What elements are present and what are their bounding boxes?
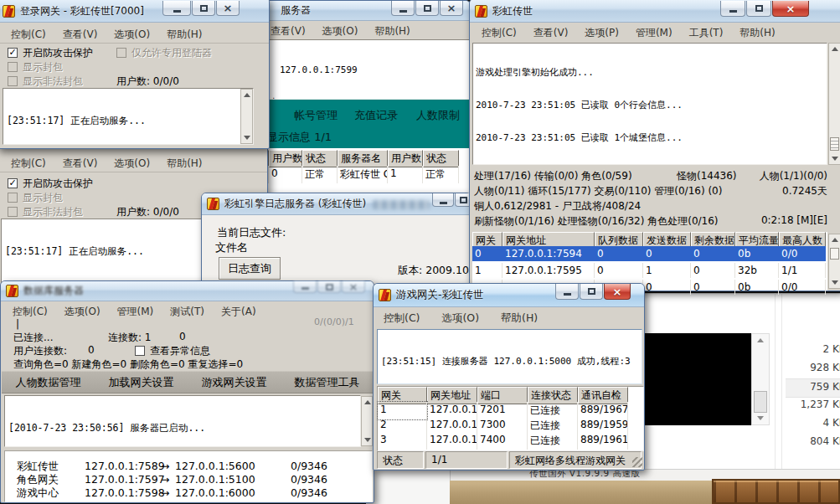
player-data-manage-button[interactable]: 人物数据管理	[16, 375, 81, 390]
close-button[interactable]: ×	[772, 1, 809, 17]
scrollbar-thumb[interactable]	[830, 137, 839, 151]
column-header[interactable]: 用户数	[269, 150, 302, 167]
maximize-button[interactable]	[746, 1, 771, 17]
table-scrollbar[interactable]	[828, 234, 840, 289]
scroll-down-icon[interactable]	[832, 157, 838, 161]
recharge-record-button[interactable]: 充值记录	[354, 108, 398, 123]
menu-manage[interactable]: 管理(M)	[636, 26, 673, 40]
maximize-button[interactable]	[317, 281, 341, 293]
scroll-up-icon[interactable]	[757, 338, 764, 342]
maximize-button[interactable]	[192, 1, 215, 16]
menu-control[interactable]: 控制(C)	[384, 311, 420, 326]
menu-help[interactable]: 帮助(H)	[374, 24, 410, 39]
scroll-up-icon[interactable]	[832, 238, 838, 242]
menu-view[interactable]: 查看(V)	[533, 26, 569, 40]
scrollbar-thumb[interactable]	[830, 248, 839, 260]
window-game-gateway: 游戏网关-彩虹传世 × 控制(C) 选项(O) 帮助(H) [23:51:15]…	[373, 283, 645, 471]
menu-help[interactable]: 帮助(H)	[740, 26, 775, 40]
menu-control[interactable]: 控制(C)	[13, 305, 48, 319]
menu-control[interactable]: 控制(C)	[11, 28, 46, 42]
minimize-button[interactable]	[720, 1, 745, 17]
file-size-row[interactable]: 928 KB	[786, 360, 840, 378]
menu-control[interactable]: 控制(C)	[482, 26, 517, 40]
menu-options[interactable]: 选项(P)	[585, 26, 619, 40]
menu-control[interactable]: 控制(C)	[11, 157, 46, 171]
minimize-button[interactable]	[391, 1, 415, 16]
scroll-down-icon[interactable]	[364, 438, 371, 442]
table-row[interactable]: 1 127.0.0.1:7595 0 1 0 32b 1/1	[472, 263, 826, 278]
status-text: 处理(17/16) 传输(0/0) 角色(0/59)	[474, 169, 632, 183]
scroll-up-icon[interactable]	[364, 400, 371, 404]
log-scrollbar[interactable]	[361, 396, 373, 446]
window-title: 彩虹引擎日志服务器 (彩虹传世)	[224, 197, 366, 211]
menu-about[interactable]: 关于(A)	[221, 305, 256, 319]
file-size-row[interactable]: 4 KB	[786, 415, 840, 433]
menu-view[interactable]: 查看(V)	[63, 28, 98, 42]
checkbox-label: 查看异常信息	[150, 344, 210, 358]
gateway-log[interactable]: [23:51:17] 正在启动服务... [23:51:17] 启动服务完成..…	[3, 88, 254, 145]
player-limit-button[interactable]: 人数限制	[416, 108, 460, 123]
scrollbar-thumb[interactable]	[754, 391, 767, 413]
maximize-button[interactable]	[580, 284, 603, 300]
minimize-button[interactable]	[162, 1, 191, 16]
scroll-up-icon[interactable]	[244, 93, 250, 97]
menu-tools[interactable]: 工具(T)	[689, 26, 724, 40]
game-gateway-config-button[interactable]: 游戏网关设置	[202, 375, 267, 390]
maximize-button[interactable]	[415, 1, 439, 16]
close-button[interactable]: ×	[604, 284, 631, 300]
minimize-button[interactable]	[432, 193, 454, 207]
minimize-button[interactable]	[293, 281, 317, 293]
main-server-log[interactable]: 游戏处理引擎初始化成功... 2010-7-23 23:51:05 已读取 0个…	[472, 43, 827, 165]
table-row[interactable]: 3 127.0.0.1 7400 已连接 889/1961	[378, 432, 628, 450]
menu-help[interactable]: 帮助(H)	[167, 28, 202, 42]
log-scrollbar[interactable]	[240, 89, 253, 144]
account-manage-button[interactable]: 帐号管理	[294, 108, 338, 123]
file-size-row[interactable]: 2 KB	[786, 342, 840, 359]
column-header[interactable]: 服务器名	[338, 150, 388, 167]
menu-options[interactable]: 选项(O)	[64, 305, 100, 319]
console-scrollbar[interactable]	[751, 333, 770, 425]
menu-options[interactable]: 选项(O)	[114, 157, 150, 171]
minimize-button[interactable]	[555, 284, 579, 300]
checkbox-anti-attack[interactable]	[8, 48, 18, 58]
menu-help[interactable]: 帮助(H)	[501, 311, 538, 326]
file-size-row[interactable]: 804 KB	[786, 434, 840, 451]
table-row[interactable]: 0 正常 彩虹传世 C 1 正常	[254, 166, 459, 183]
data-manage-tool-button[interactable]: 数据管理工具	[295, 375, 360, 390]
file-size-row[interactable]: 1,237 KB	[786, 397, 840, 414]
log-query-button[interactable]: 日志查询	[219, 257, 281, 280]
resize-grip[interactable]	[632, 457, 642, 467]
titlebar[interactable]: 彩虹引擎日志服务器 (彩虹传世)	[202, 193, 471, 215]
column-header[interactable]: 状态	[423, 150, 459, 167]
column-header[interactable]: 用户数	[388, 150, 423, 167]
file-size-row-selected[interactable]: 759 KB	[786, 378, 840, 398]
checkbox-anti-attack[interactable]	[8, 178, 18, 188]
scroll-down-icon[interactable]	[757, 416, 764, 420]
gateway-log[interactable]: [23:51:15] 连接服务器 127.0.0.1:5000 成功,线程:3 …	[377, 329, 642, 384]
server-log[interactable]: 127.0.0.1:7599 功: test .0.1/127.0.0.1 数江…	[254, 39, 470, 100]
menu-view[interactable]: 查看(V)	[271, 24, 306, 39]
menu-options[interactable]: 选项(O)	[322, 24, 358, 39]
show-info-label[interactable]: 显示信息 1/1	[267, 130, 332, 145]
database-log[interactable]: [2010-7-23 23:50:56] 服务器已启动... [2010-7-2…	[4, 395, 361, 447]
close-button[interactable]: ×	[216, 1, 240, 16]
table-row-selected[interactable]: 0 127.0.0.1:7594 0 0 0 0b 0/0	[472, 246, 826, 261]
menu-test[interactable]: 测试(T)	[170, 305, 204, 319]
close-button[interactable]: ×	[342, 281, 365, 293]
menu-manage[interactable]: 管理(M)	[117, 305, 154, 319]
menu-options[interactable]: 选项(O)	[114, 28, 150, 42]
log-line: [23:51:17] 正在启动服务...	[7, 115, 250, 126]
log-scrollbar[interactable]	[828, 43, 840, 165]
checkbox-view-exception[interactable]	[135, 346, 145, 356]
scroll-up-icon[interactable]	[832, 47, 838, 51]
load-gateway-config-button[interactable]: 加载网关设置	[109, 375, 174, 390]
column-header[interactable]: 状态	[302, 150, 338, 167]
log-line: 游戏处理引擎初始化成功...	[476, 67, 824, 78]
menu-view[interactable]: 查看(V)	[63, 157, 98, 171]
scroll-down-icon[interactable]	[832, 280, 838, 285]
menu-options[interactable]: 选项(O)	[441, 311, 479, 326]
close-button[interactable]: ×	[440, 1, 463, 16]
menu-help[interactable]: 帮助(H)	[167, 157, 202, 171]
status-text: 人物(1/1)(0/0)	[760, 169, 827, 183]
scroll-down-icon[interactable]	[244, 136, 250, 140]
